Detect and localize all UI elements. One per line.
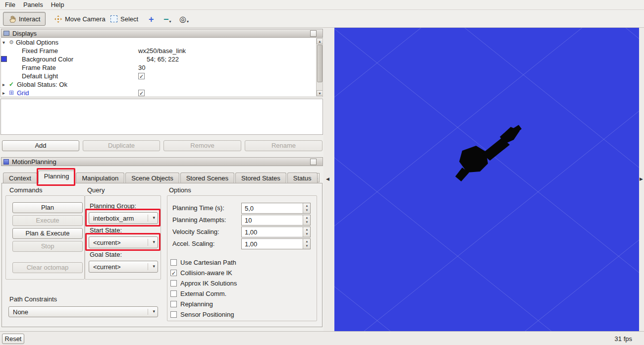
rename-display-button[interactable]: Rename <box>245 140 322 151</box>
select-label: Select <box>120 15 138 23</box>
interact-tool-button[interactable]: Interact <box>3 12 46 26</box>
start-state-combobox[interactable]: <current> ▾ <box>89 236 158 248</box>
panel-float-button[interactable] <box>310 159 317 165</box>
planning-attempts-spinbox[interactable]: 10 ▲▼ <box>241 215 311 226</box>
plan-button[interactable]: Plan <box>12 202 83 213</box>
menu-panels[interactable]: Panels <box>19 0 47 9</box>
displays-panel-titlebar[interactable]: Displays <box>1 29 323 38</box>
expander-closed-icon[interactable]: ▸ <box>2 80 5 89</box>
scroll-down-icon[interactable]: ▼ <box>317 90 323 96</box>
tab-scene-objects[interactable]: Scene Objects <box>125 172 179 183</box>
displays-scrollbar[interactable]: ▲ ▼ <box>316 38 322 96</box>
collapse-left-icon[interactable]: ◀ <box>326 176 329 181</box>
checkbox-box[interactable] <box>170 280 177 287</box>
scrollbar-thumb[interactable] <box>317 45 322 82</box>
checkbox-box[interactable] <box>170 259 177 266</box>
velocity-scaling-label: Velocity Scaling: <box>172 228 219 235</box>
color-swatch[interactable] <box>1 56 7 62</box>
planning-time-label: Planning Time (s): <box>172 204 224 212</box>
remove-display-button[interactable]: Remove <box>163 140 241 151</box>
spin-down-icon[interactable]: ▼ <box>303 220 311 225</box>
add-display-button[interactable]: Add <box>2 140 79 151</box>
motionplanning-panel-titlebar[interactable]: MotionPlanning <box>1 157 323 166</box>
status-ok-icon: ✓ <box>9 80 14 89</box>
clear-octomap-button[interactable]: Clear octomap <box>12 262 83 273</box>
execute-button[interactable]: Execute <box>12 215 83 226</box>
select-tool-button[interactable]: Select <box>105 12 144 26</box>
checkbox-box[interactable]: ✓ <box>170 270 177 276</box>
duplicate-display-button[interactable]: Duplicate <box>83 140 160 151</box>
spin-down-icon[interactable]: ▼ <box>303 244 311 249</box>
spin-up-icon[interactable]: ▲ <box>303 239 311 244</box>
panel-float-button[interactable] <box>310 30 317 37</box>
frame-rate-value[interactable]: 30 <box>138 63 145 72</box>
tree-row-default-light[interactable]: Default Light ✓ <box>1 72 322 80</box>
fps-counter: 31 fps <box>615 335 632 343</box>
chevron-down-icon: ▾ <box>187 19 189 25</box>
tab-context[interactable]: Context <box>3 172 37 183</box>
motionplanning-panel-title: MotionPlanning <box>12 158 56 166</box>
planning-attempts-value: 10 <box>245 217 252 224</box>
tab-stored-states[interactable]: Stored States <box>235 172 286 183</box>
spin-down-icon[interactable]: ▼ <box>303 208 311 213</box>
tree-row-fixed-frame[interactable]: Fixed Frame wx250/base_link <box>1 47 322 55</box>
fixed-frame-value[interactable]: wx250/base_link <box>138 47 186 55</box>
tab-status[interactable]: Status <box>287 172 318 183</box>
move-camera-tool-button[interactable]: Move Camera <box>49 12 111 26</box>
scroll-up-icon[interactable]: ▲ <box>317 38 323 44</box>
planning-time-spinbox[interactable]: 5,0 ▲▼ <box>241 203 311 214</box>
tree-row-background-color[interactable]: Background Color 54; 65; 222 <box>1 55 322 63</box>
chevron-down-icon: ▾ <box>153 215 155 220</box>
tab-stored-scenes[interactable]: Stored Scenes <box>180 172 234 183</box>
minus-tool-button[interactable]: − ▾ <box>161 13 173 25</box>
spin-up-icon[interactable]: ▲ <box>303 227 311 232</box>
right-splitter[interactable]: ▶ <box>639 28 644 331</box>
expander-closed-icon[interactable]: ▸ <box>2 89 5 97</box>
menu-file[interactable]: File <box>0 0 19 9</box>
checkbox-label: Sensor Positioning <box>180 311 234 318</box>
goal-state-label: Goal State: <box>90 251 122 258</box>
accel-scaling-spinbox[interactable]: 1,00 ▲▼ <box>241 238 311 249</box>
background-color-value[interactable]: 54; 65; 222 <box>147 55 179 63</box>
focus-camera-button[interactable]: ◎ ▾ <box>177 13 191 25</box>
tree-label: Global Options <box>16 38 58 47</box>
stop-button[interactable]: Stop <box>12 241 83 252</box>
tree-row-global-status[interactable]: ▸ ✓ Global Status: Ok <box>1 80 322 89</box>
grid-checkbox[interactable]: ✓ <box>138 90 145 96</box>
tab-planning[interactable]: Planning <box>38 171 75 183</box>
velocity-scaling-spinbox[interactable]: 1,00 ▲▼ <box>241 227 311 237</box>
tree-row-frame-rate[interactable]: Frame Rate 30 <box>1 63 322 72</box>
spin-buttons[interactable]: ▲▼ <box>303 239 310 249</box>
expander-open-icon[interactable]: ▾ <box>2 38 5 47</box>
spin-buttons[interactable]: ▲▼ <box>303 215 310 225</box>
start-state-value: <current> <box>93 239 121 246</box>
tab-manipulation[interactable]: Manipulation <box>76 172 124 183</box>
menu-help[interactable]: Help <box>47 0 68 9</box>
path-constraints-label: Path Constraints <box>9 295 57 303</box>
spin-buttons[interactable]: ▲▼ <box>303 227 310 237</box>
3d-viewport[interactable] <box>334 28 639 331</box>
path-constraints-combobox[interactable]: None ▾ <box>8 306 158 317</box>
left-splitter[interactable]: ◀ <box>323 28 334 331</box>
chevron-down-icon: ▾ <box>153 309 155 314</box>
goal-state-combobox[interactable]: <current> ▾ <box>89 261 158 273</box>
velocity-scaling-value: 1,00 <box>245 229 257 236</box>
default-light-checkbox[interactable]: ✓ <box>138 73 145 79</box>
spin-down-icon[interactable]: ▼ <box>303 232 311 237</box>
planning-group-combobox[interactable]: interbotix_arm ▾ <box>89 212 158 224</box>
reset-button[interactable]: Reset <box>2 334 24 344</box>
spin-up-icon[interactable]: ▲ <box>303 215 311 220</box>
plan-and-execute-button[interactable]: Plan & Execute <box>12 228 83 239</box>
tree-row-grid[interactable]: ▸ ⊞ Grid ✓ <box>1 89 322 97</box>
grid-icon: ⊞ <box>9 89 14 97</box>
collapse-right-icon[interactable]: ▶ <box>640 176 643 181</box>
spin-buttons[interactable]: ▲▼ <box>303 203 310 213</box>
checkbox-box[interactable] <box>170 290 177 297</box>
checkbox-box[interactable] <box>170 301 177 307</box>
commands-group-label: Commands <box>9 186 42 194</box>
planning-tab-content: Commands Plan Execute Plan & Execute Sto… <box>1 183 322 327</box>
checkbox-box[interactable] <box>170 311 177 318</box>
tree-row-global-options[interactable]: ▾ ⚙ Global Options <box>1 38 322 47</box>
plus-tool-button[interactable]: + <box>147 13 156 25</box>
spin-up-icon[interactable]: ▲ <box>303 203 311 208</box>
